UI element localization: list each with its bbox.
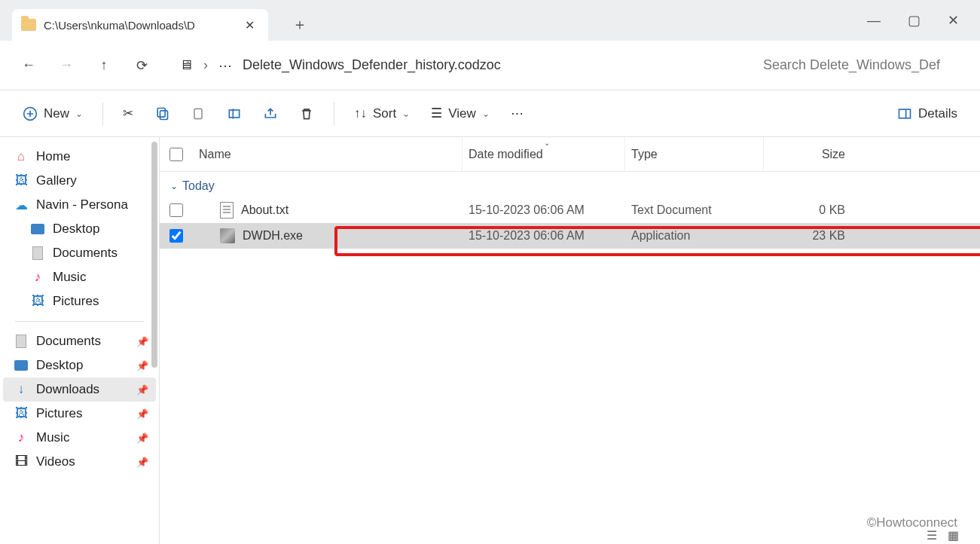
sidebar-item-documents-pinned[interactable]: Documents📌 <box>3 329 156 353</box>
sidebar-item-pictures-pinned[interactable]: 🖼Pictures📌 <box>3 402 156 426</box>
window-tab[interactable]: C:\Users\nkuma\Downloads\D ✕ <box>12 9 268 41</box>
paste-button[interactable] <box>183 99 213 129</box>
sidebar-item-pictures[interactable]: 🖼Pictures <box>3 289 156 313</box>
close-window-icon[interactable]: ✕ <box>948 12 959 29</box>
rename-button[interactable] <box>219 99 249 129</box>
select-all-checkbox[interactable] <box>160 137 193 171</box>
column-size[interactable]: Size <box>764 137 851 171</box>
music-icon: ♪ <box>30 270 45 285</box>
address-bar[interactable]: 🖥 › ⋯ Delete_Windows_Defender_history.co… <box>179 57 756 74</box>
current-folder: Delete_Windows_Defender_history.codzoc <box>243 57 501 73</box>
sidebar-label: Documents <box>53 246 118 261</box>
desktop-icon <box>30 222 45 237</box>
home-icon: ⌂ <box>14 149 29 164</box>
forward-button[interactable]: → <box>51 50 81 81</box>
file-list: Name Date modified⌄ Type Size ⌄ Today Ab… <box>160 137 980 544</box>
column-name[interactable]: Name <box>193 137 463 171</box>
delete-button[interactable] <box>292 99 322 129</box>
videos-icon: 🎞 <box>14 454 29 469</box>
sidebar-label: Pictures <box>53 294 99 309</box>
sidebar-item-desktop-pinned[interactable]: Desktop📌 <box>3 353 156 377</box>
minimize-icon[interactable]: — <box>867 13 881 29</box>
more-button[interactable]: ⋯ <box>503 99 531 129</box>
sidebar-label: Downloads <box>36 382 99 397</box>
details-view-icon[interactable]: ☰ <box>927 528 937 542</box>
cut-button[interactable]: ✂ <box>115 99 141 129</box>
thumbnails-view-icon[interactable]: ▦ <box>948 528 959 542</box>
sidebar-item-music[interactable]: ♪Music <box>3 265 156 289</box>
copy-button[interactable] <box>147 99 177 129</box>
sidebar-item-videos-pinned[interactable]: 🎞Videos📌 <box>3 450 156 474</box>
desktop-icon <box>14 358 29 373</box>
row-checkbox[interactable] <box>160 229 193 243</box>
sidebar: ⌂Home 🖼Gallery ☁Navin - Persona Desktop … <box>0 137 160 544</box>
scrollbar[interactable] <box>151 142 157 368</box>
documents-icon <box>30 246 45 261</box>
group-label: Today <box>182 179 215 193</box>
titlebar: C:\Users\nkuma\Downloads\D ✕ ＋ — ▢ ✕ <box>0 0 980 41</box>
sidebar-item-home[interactable]: ⌂Home <box>3 145 156 169</box>
file-type: Application <box>625 229 764 243</box>
row-checkbox[interactable] <box>160 203 193 217</box>
file-name-cell[interactable]: About.txt <box>193 202 463 219</box>
share-icon <box>263 106 278 121</box>
file-size: 23 KB <box>764 229 851 243</box>
divider <box>334 102 334 125</box>
view-button[interactable]: ☰ View ⌄ <box>423 99 497 129</box>
maximize-icon[interactable]: ▢ <box>908 12 920 29</box>
sort-icon: ↑↓ <box>354 106 367 121</box>
svg-rect-3 <box>194 108 202 118</box>
ellipsis-icon: ⋯ <box>511 105 524 121</box>
sidebar-item-gallery[interactable]: 🖼Gallery <box>3 169 156 193</box>
back-button[interactable]: ← <box>14 50 44 81</box>
up-button[interactable]: ↑ <box>89 50 119 81</box>
group-header-today[interactable]: ⌄ Today <box>160 172 980 197</box>
column-type[interactable]: Type <box>625 137 764 171</box>
more-crumbs-icon[interactable]: ⋯ <box>218 57 232 74</box>
details-pane-button[interactable]: Details <box>890 99 965 129</box>
search-box[interactable]: Search Delete_Windows_Def <box>763 57 966 73</box>
cloud-icon: ☁ <box>14 197 29 212</box>
chevron-down-icon: ⌄ <box>170 181 178 191</box>
pin-icon: 📌 <box>136 408 148 420</box>
pictures-icon: 🖼 <box>30 294 45 309</box>
new-tab-button[interactable]: ＋ <box>286 11 313 38</box>
column-date[interactable]: Date modified⌄ <box>463 137 625 171</box>
sidebar-label: Videos <box>36 454 75 469</box>
sort-label: Sort <box>373 106 396 121</box>
sidebar-item-downloads[interactable]: ↓Downloads📌 <box>3 377 156 402</box>
divider <box>15 321 144 322</box>
file-name: DWDH.exe <box>243 229 303 243</box>
chevron-right-icon[interactable]: › <box>203 57 208 73</box>
new-button[interactable]: New ⌄ <box>15 99 90 129</box>
column-label: Type <box>631 148 658 161</box>
sidebar-label: Home <box>36 149 70 164</box>
downloads-icon: ↓ <box>14 382 29 397</box>
new-icon <box>23 106 38 121</box>
window-controls: — ▢ ✕ <box>867 0 980 41</box>
sidebar-label: Desktop <box>53 222 99 237</box>
trash-icon <box>299 106 314 121</box>
file-row[interactable]: DWDH.exe15-10-2023 06:06 AMApplication23… <box>160 223 980 249</box>
sidebar-item-desktop[interactable]: Desktop <box>3 217 156 241</box>
chevron-down-icon: ⌄ <box>482 108 490 119</box>
sidebar-item-documents[interactable]: Documents <box>3 241 156 265</box>
column-headers: Name Date modified⌄ Type Size <box>160 137 980 172</box>
refresh-button[interactable]: ⟳ <box>127 50 157 81</box>
sidebar-item-onedrive[interactable]: ☁Navin - Persona <box>3 193 156 217</box>
copy-icon <box>154 106 169 121</box>
text-file-icon <box>220 202 234 219</box>
file-name-cell[interactable]: DWDH.exe <box>193 228 463 243</box>
sort-button[interactable]: ↑↓ Sort ⌄ <box>347 99 417 129</box>
column-label: Date modified <box>469 148 543 161</box>
file-row[interactable]: About.txt15-10-2023 06:06 AMText Documen… <box>160 197 980 223</box>
close-tab-icon[interactable]: ✕ <box>240 17 259 34</box>
gallery-icon: 🖼 <box>14 173 29 188</box>
pin-icon: 📌 <box>136 457 148 468</box>
pin-icon: 📌 <box>136 336 148 347</box>
file-size: 0 KB <box>764 203 851 217</box>
view-label: View <box>448 106 476 121</box>
sidebar-item-music-pinned[interactable]: ♪Music📌 <box>3 426 156 450</box>
sidebar-label: Documents <box>36 334 101 349</box>
share-button[interactable] <box>255 99 285 129</box>
